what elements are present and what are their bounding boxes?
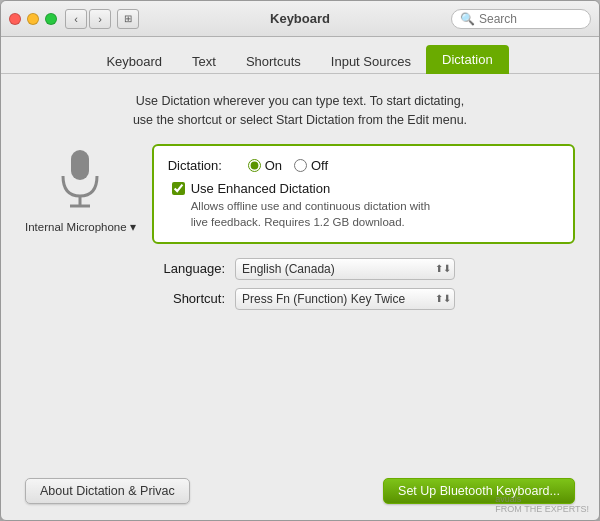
watermark-brand: avuals xyxy=(495,494,589,504)
form-rows: Language: English (Canada) ⬆⬇ Shortcut: … xyxy=(25,258,575,310)
description: Use Dictation wherever you can type text… xyxy=(25,92,575,130)
nav-buttons: ‹ › xyxy=(65,9,111,29)
about-dictation-button[interactable]: About Dictation & Privac xyxy=(25,478,190,504)
mic-label[interactable]: Internal Microphone ▾ xyxy=(25,220,136,234)
language-select-wrapper[interactable]: English (Canada) ⬆⬇ xyxy=(235,258,455,280)
main-window: ‹ › ⊞ Keyboard 🔍 Keyboard Text Shortcuts… xyxy=(0,0,600,521)
dictation-toggle-row: Dictation: On Off xyxy=(168,158,559,173)
tab-text[interactable]: Text xyxy=(177,48,231,74)
mic-section: Internal Microphone ▾ Dictation: On xyxy=(25,144,575,244)
tabs-bar: Keyboard Text Shortcuts Input Sources Di… xyxy=(1,37,599,74)
close-button[interactable] xyxy=(9,13,21,25)
svg-rect-0 xyxy=(71,150,89,180)
tab-dictation[interactable]: Dictation xyxy=(426,45,509,74)
enhanced-dictation-desc: Allows offline use and continuous dictat… xyxy=(191,198,431,230)
search-bar[interactable]: 🔍 xyxy=(451,9,591,29)
language-label: Language: xyxy=(145,261,225,276)
dictation-field-label: Dictation: xyxy=(168,158,238,173)
language-row: Language: English (Canada) ⬆⬇ xyxy=(35,258,565,280)
mic-label-text: Internal Microphone xyxy=(25,221,127,233)
search-icon: 🔍 xyxy=(460,12,475,26)
enhanced-dictation-row: Use Enhanced Dictation Allows offline us… xyxy=(168,181,559,230)
dictation-off-radio[interactable] xyxy=(294,159,307,172)
dictation-radio-group: On Off xyxy=(248,158,328,173)
shortcut-label: Shortcut: xyxy=(145,291,225,306)
maximize-button[interactable] xyxy=(45,13,57,25)
dictation-options-box: Dictation: On Off xyxy=(152,144,575,244)
search-input[interactable] xyxy=(479,12,582,26)
language-select[interactable]: English (Canada) xyxy=(235,258,455,280)
dictation-on-option[interactable]: On xyxy=(248,158,282,173)
mic-area: Internal Microphone ▾ xyxy=(25,144,136,234)
back-button[interactable]: ‹ xyxy=(65,9,87,29)
tab-keyboard[interactable]: Keyboard xyxy=(91,48,177,74)
microphone-icon xyxy=(52,144,108,214)
watermark-tagline: FROM THE EXPERTS! xyxy=(495,504,589,514)
shortcut-select[interactable]: Press Fn (Function) Key Twice xyxy=(235,288,455,310)
enhanced-dictation-title: Use Enhanced Dictation xyxy=(191,181,431,196)
minimize-button[interactable] xyxy=(27,13,39,25)
enhanced-dictation-checkbox[interactable] xyxy=(172,182,185,195)
tab-shortcuts[interactable]: Shortcuts xyxy=(231,48,316,74)
grid-view-button[interactable]: ⊞ xyxy=(117,9,139,29)
dictation-off-label: Off xyxy=(311,158,328,173)
shortcut-row: Shortcut: Press Fn (Function) Key Twice … xyxy=(35,288,565,310)
dictation-on-label: On xyxy=(265,158,282,173)
description-line1: Use Dictation wherever you can type text… xyxy=(136,94,464,108)
content-area: Use Dictation wherever you can type text… xyxy=(1,74,599,520)
window-title: Keyboard xyxy=(270,11,330,26)
bottom-bar: About Dictation & Privac Set Up Bluetoot… xyxy=(25,472,575,508)
description-line2: use the shortcut or select Start Dictati… xyxy=(133,113,467,127)
titlebar: ‹ › ⊞ Keyboard 🔍 xyxy=(1,1,599,37)
forward-button[interactable]: › xyxy=(89,9,111,29)
dictation-on-radio[interactable] xyxy=(248,159,261,172)
dictation-off-option[interactable]: Off xyxy=(294,158,328,173)
tab-input-sources[interactable]: Input Sources xyxy=(316,48,426,74)
traffic-lights xyxy=(9,13,57,25)
content-wrapper: Use Dictation wherever you can type text… xyxy=(1,74,599,520)
enhanced-dictation-text: Use Enhanced Dictation Allows offline us… xyxy=(191,181,431,230)
shortcut-select-wrapper[interactable]: Press Fn (Function) Key Twice ⬆⬇ xyxy=(235,288,455,310)
mic-dropdown-icon: ▾ xyxy=(130,220,136,234)
watermark: avuals FROM THE EXPERTS! xyxy=(495,494,589,514)
